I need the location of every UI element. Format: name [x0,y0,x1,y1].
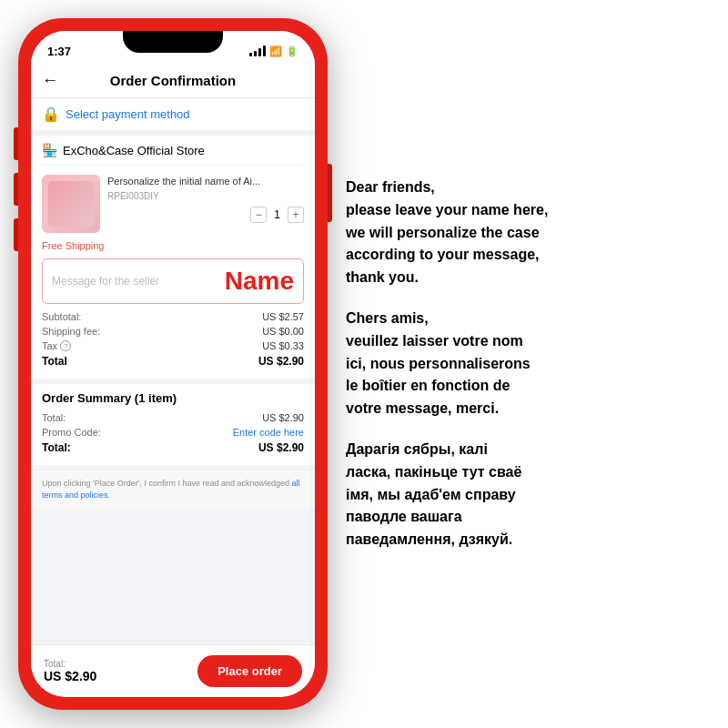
signal-bars-icon [249,46,266,56]
product-image-inner [48,181,94,227]
bottom-total-value: US $2.90 [44,669,96,683]
phone-mockup: 1:37 📶 🔋 ← Order Confirmation [18,18,328,710]
text-panel: Dear friends,please leave your name here… [337,158,728,570]
total-row: Total US $2.90 [42,355,304,368]
payment-icon: 🔒 [42,106,60,123]
tax-label: Tax [42,340,57,351]
place-order-button[interactable]: Place order [197,655,302,687]
bottom-total-label: Total: [44,659,96,669]
qty-value: 1 [274,208,280,221]
product-sku: RPEI003DIY [107,191,304,201]
store-name: ExCho&Case Official Store [63,144,205,157]
product-image [42,175,100,233]
product-info: Personalize the initial name of Ai... RP… [107,175,304,223]
qty-minus-button[interactable]: − [250,207,267,223]
order-summary-section: Order Summary (1 item) Total: US $2.90 P… [31,384,315,465]
status-bar: 1:37 📶 🔋 [31,31,315,64]
battery-icon: 🔋 [286,46,298,57]
total-label: Total [42,355,67,368]
summary-total-value: US $2.90 [262,412,304,423]
back-button[interactable]: ← [42,71,58,90]
tax-info: Tax ? [42,340,71,351]
belarusian-text: Дарагія сябры, каліласка, пакіньце тут с… [346,439,710,551]
payment-section: 🔒 Select payment method [31,98,315,130]
product-qty: − 1 + [107,207,304,223]
phone-screen: 1:37 📶 🔋 ← Order Confirmation [31,31,315,697]
subtotal-label: Subtotal: [42,311,81,322]
status-time: 1:37 [47,45,71,58]
wifi-icon: 📶 [269,46,282,57]
french-text: Chers amis,veuillez laisser votre nomici… [346,308,710,420]
grand-total-label: Total: [42,441,71,454]
grand-total-row: Total: US $2.90 [42,441,304,454]
select-payment-link[interactable]: Select payment method [66,107,190,121]
page-title: Order Confirmation [66,73,280,88]
store-section: 🏪 ExCho&Case Official Store Personalize … [31,136,315,379]
shipping-label: Shipping fee: [42,326,100,337]
promo-link[interactable]: Enter code here [233,427,304,438]
phone-shell: 1:37 📶 🔋 ← Order Confirmation [18,18,328,710]
shipping-row: Shipping fee: US $0.00 [42,326,304,337]
terms-text: Upon clicking 'Place Order', I confirm I… [42,478,304,500]
screen-content[interactable]: 🔒 Select payment method 🏪 ExCho&Case Off… [31,98,315,693]
promo-label: Promo Code: [42,427,101,438]
tax-value: US $0.33 [262,340,304,351]
product-row: Personalize the initial name of Ai... RP… [42,175,304,233]
subtotal-value: US $2.57 [262,311,304,322]
order-summary-title: Order Summary (1 item) [42,391,304,405]
bottom-total: Total: US $2.90 [44,659,96,683]
message-input-wrapper[interactable]: Message for the seller Name [42,258,304,304]
tax-help-icon[interactable]: ? [60,340,71,351]
summary-total-row: Total: US $2.90 [42,412,304,423]
status-icons: 📶 🔋 [249,46,298,57]
english-text: Dear friends,please leave your name here… [346,177,710,289]
message-placeholder: Message for the seller [52,275,217,288]
total-value: US $2.90 [258,355,304,368]
summary-total-label: Total: [42,412,66,423]
store-icon: 🏪 [42,143,57,157]
qty-plus-button[interactable]: + [288,207,304,223]
store-header: 🏪 ExCho&Case Official Store [42,143,304,166]
terms-section: Upon clicking 'Place Order', I confirm I… [31,470,315,508]
notch [123,31,223,53]
shipping-value: US $0.00 [262,326,304,337]
product-name: Personalize the initial name of Ai... [107,175,304,187]
bottom-bar: Total: US $2.90 Place order [31,644,315,697]
grand-total-value: US $2.90 [258,441,304,454]
promo-row: Promo Code: Enter code here [42,427,304,438]
message-name-label: Name [225,267,294,296]
free-shipping-label: Free Shipping [42,240,304,251]
tax-row: Tax ? US $0.33 [42,340,304,351]
nav-bar: ← Order Confirmation [31,64,315,98]
subtotal-row: Subtotal: US $2.57 [42,311,304,322]
